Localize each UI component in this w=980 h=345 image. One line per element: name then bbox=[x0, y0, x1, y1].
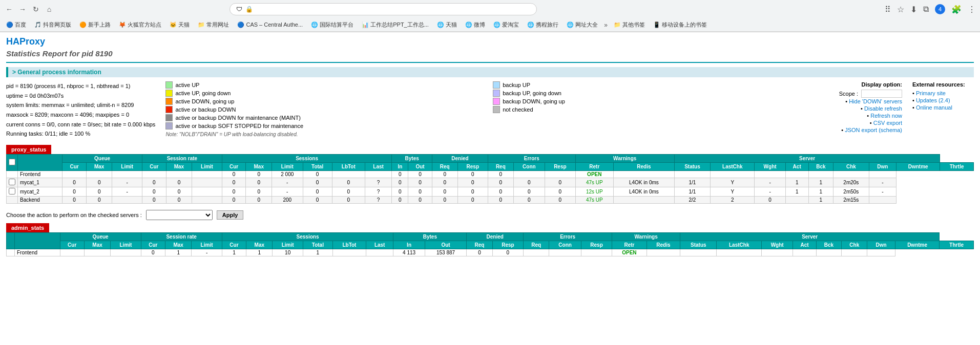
bookmark-icon[interactable]: ☆ bbox=[897, 5, 904, 14]
address-bar[interactable]: 🛡 🔒 192.168.201.129:7777/admin bbox=[230, 3, 537, 15]
refresh-now-link[interactable]: Refresh now bbox=[870, 113, 902, 119]
td: 0 bbox=[488, 197, 514, 204]
td bbox=[365, 171, 392, 178]
select-all-checkbox[interactable] bbox=[9, 159, 15, 165]
bookmark-tianmao[interactable]: 🐱 天猫 bbox=[168, 20, 192, 30]
td bbox=[717, 249, 761, 256]
td: - bbox=[869, 178, 896, 187]
checkbox-cell[interactable] bbox=[7, 178, 18, 187]
legend-area: active UP backup UP active UP, going dow… bbox=[165, 81, 810, 137]
admin-th-resp-e: Resp bbox=[581, 241, 612, 249]
td bbox=[192, 187, 222, 197]
csv-export-link[interactable]: CSV export bbox=[873, 120, 902, 126]
conns-line: current conns = 0/0, conn rate = 0/sec; … bbox=[6, 120, 155, 130]
more-bookmarks[interactable]: » bbox=[604, 21, 608, 29]
legend-lightblue-box bbox=[493, 90, 500, 97]
section-general-header[interactable]: General process information bbox=[6, 67, 974, 77]
home-button[interactable]: ⌂ bbox=[44, 4, 54, 14]
td: - bbox=[112, 187, 142, 197]
td bbox=[62, 171, 87, 178]
bookmark-baidu[interactable]: 🔵 百度 bbox=[4, 20, 28, 30]
td: - bbox=[755, 187, 785, 197]
disable-refresh-link[interactable]: Disable refresh bbox=[864, 105, 902, 112]
reload-button[interactable]: ↻ bbox=[31, 4, 41, 14]
bookmark-ctrip[interactable]: 🌐 携程旅行 bbox=[525, 20, 560, 30]
td: 1 bbox=[222, 249, 246, 256]
td bbox=[674, 171, 710, 178]
td: 200 bbox=[272, 197, 303, 204]
td: 0 bbox=[467, 249, 492, 256]
td bbox=[84, 249, 110, 256]
bookmark-changyong[interactable]: 📁 常用网址 bbox=[196, 20, 231, 30]
server-checkbox[interactable] bbox=[9, 179, 15, 185]
td: 2m50s bbox=[833, 187, 869, 197]
td: 2 000 bbox=[272, 171, 303, 178]
bookmark-cas[interactable]: 🔵 CAS – Central Authe... bbox=[235, 20, 305, 29]
bookmark-aitaobao[interactable]: 🌐 爱淘宝 bbox=[491, 20, 521, 30]
td: 0 bbox=[246, 178, 272, 187]
admin-th-lastchk: LastChk bbox=[717, 241, 761, 249]
bookmark-wangzhi[interactable]: 🌐 网址大全 bbox=[565, 20, 600, 30]
scope-input[interactable] bbox=[861, 90, 902, 98]
checkbox-cell[interactable] bbox=[7, 187, 18, 197]
scope-label: Scope : bbox=[839, 91, 858, 97]
td: - bbox=[755, 178, 785, 187]
bookmark-other[interactable]: 📁 其他书签 bbox=[612, 20, 647, 30]
group-header-row: Queue Session rate Sessions Bytes Denied… bbox=[7, 155, 974, 163]
bookmark-firefox[interactable]: 🦊 火狐官方站点 bbox=[117, 20, 163, 30]
address-input[interactable]: 192.168.201.129:7777/admin bbox=[256, 6, 530, 13]
action-label: Choose the action to perform on the chec… bbox=[6, 212, 142, 218]
menu-icon[interactable]: ⋮ bbox=[968, 5, 976, 14]
legend-maint-box bbox=[165, 114, 173, 121]
td bbox=[785, 171, 808, 178]
td: 10 bbox=[273, 249, 303, 256]
td bbox=[192, 197, 222, 204]
bookmark-mobile[interactable]: 📱 移动设备上的书签 bbox=[651, 20, 709, 30]
primary-site-link[interactable]: Primary site bbox=[916, 90, 946, 96]
bookmark-xinshoulv[interactable]: 🟠 新手上路 bbox=[77, 20, 113, 30]
online-manual-link[interactable]: Online manual bbox=[916, 104, 952, 111]
td: 0 bbox=[332, 197, 365, 204]
browser-icons: ⠿ ☆ ⬇ ⧉ 4 🧩 ⋮ bbox=[885, 4, 976, 14]
legend-active-up: active UP bbox=[165, 81, 483, 89]
bookmark-weibo[interactable]: 🌐 微博 bbox=[463, 20, 487, 30]
admin-stats-section: admin_stats Queue Session rate Sessions … bbox=[6, 223, 974, 256]
bookmark-guoji[interactable]: 🌐 国际结算平台 bbox=[309, 20, 356, 30]
td: 0 bbox=[142, 197, 166, 204]
bookmark-douyin[interactable]: 🎵 抖音网页版 bbox=[32, 20, 73, 30]
td: 4 113 bbox=[393, 249, 425, 256]
server-checkbox[interactable] bbox=[9, 188, 15, 195]
bookmark-tianmao2[interactable]: 🌐 天猫 bbox=[435, 20, 459, 30]
updates-link[interactable]: Updates (2.4) bbox=[916, 97, 950, 103]
json-schema-link[interactable]: (schema) bbox=[879, 127, 902, 133]
td: 0 bbox=[246, 187, 272, 197]
checkbox-cell bbox=[7, 171, 18, 178]
browser-chrome: ← → ↻ ⌂ 🛡 🔒 192.168.201.129:7777/admin ⠿… bbox=[0, 0, 980, 32]
tabs-icon[interactable]: ⧉ bbox=[923, 5, 929, 14]
session-rate-group-th: Session rate bbox=[142, 155, 222, 163]
json-export-link[interactable]: JSON export bbox=[845, 127, 877, 133]
proxy-status-section: proxy_status Queue Session rate Sessions… bbox=[6, 145, 974, 204]
extensions-icon[interactable]: ⠿ bbox=[885, 5, 891, 14]
status-cell: 12s UP bbox=[575, 187, 613, 197]
forward-button[interactable]: → bbox=[17, 4, 28, 14]
row-name-cell: mycat_2 bbox=[18, 187, 62, 197]
legend-active-up-label: active UP bbox=[175, 82, 199, 88]
bookmark-ppt[interactable]: 📊 工作总结PPT_工作总... bbox=[360, 20, 431, 30]
back-button[interactable]: ← bbox=[4, 4, 14, 14]
td bbox=[867, 249, 895, 256]
td bbox=[711, 171, 755, 178]
download-icon[interactable]: ⬇ bbox=[910, 5, 917, 14]
th-act: Act bbox=[785, 163, 808, 171]
display-links: Hide 'DOWN' servers Disable refresh Refr… bbox=[820, 98, 902, 134]
action-select[interactable]: Disable Enable Ready Drain Maint bbox=[146, 210, 213, 220]
queue-group-th: Queue bbox=[62, 155, 142, 163]
hide-down-servers-link[interactable]: Hide 'DOWN' servers bbox=[849, 98, 902, 104]
display-options-title: Display option: bbox=[820, 81, 902, 88]
profile-icon[interactable]: 4 bbox=[935, 4, 945, 14]
admin-group-header-row: Queue Session rate Sessions Bytes Denied… bbox=[7, 233, 974, 241]
syslimits-line: system limits: memmax = unlimited; ulimi… bbox=[6, 100, 155, 110]
apply-button[interactable]: Apply bbox=[217, 210, 244, 220]
td: 0 bbox=[62, 178, 87, 187]
extensions2-icon[interactable]: 🧩 bbox=[951, 5, 962, 14]
